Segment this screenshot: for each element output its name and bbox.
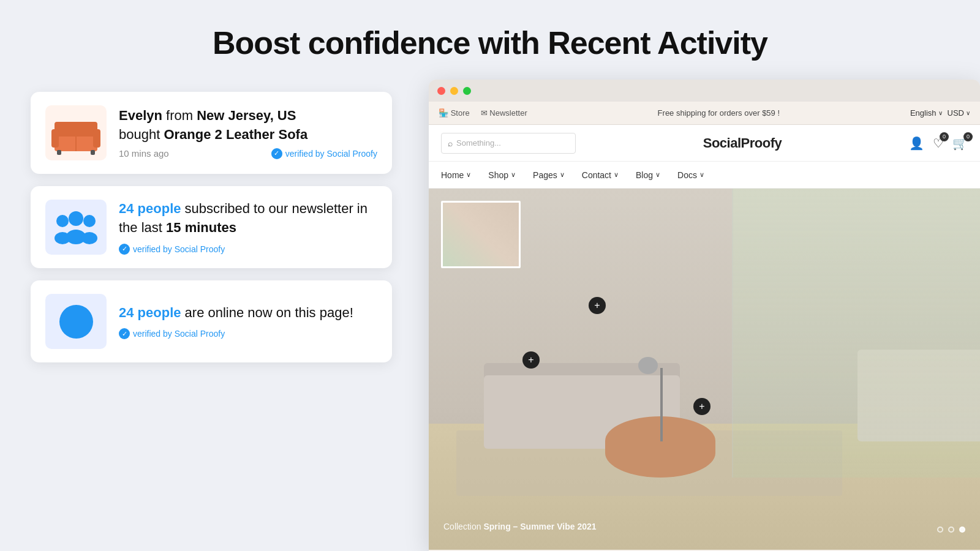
currency-selector[interactable]: USD ∨ bbox=[948, 108, 970, 118]
hotspot-button-1[interactable]: + bbox=[522, 351, 540, 369]
store-link-icon: 🏪 bbox=[439, 108, 448, 118]
online-text: 24 people are online now on this page! bbox=[119, 304, 377, 323]
nav-contact[interactable]: Contact ∨ bbox=[582, 170, 619, 180]
nav-contact-label: Contact bbox=[582, 170, 611, 180]
nav-home-label: Home bbox=[441, 170, 464, 180]
online-dot-icon bbox=[59, 305, 93, 339]
online-verified: ✓ verified by Social Proofy bbox=[119, 328, 377, 339]
slider-dot-2[interactable] bbox=[948, 527, 954, 533]
cart-icon-wrap[interactable]: 🛒 0 bbox=[952, 136, 968, 151]
verified-check-icon3: ✓ bbox=[119, 328, 130, 339]
svg-point-12 bbox=[81, 232, 97, 244]
nav-blog-label: Blog bbox=[636, 170, 653, 180]
user-icon[interactable]: 👤 bbox=[909, 136, 924, 151]
topbar-left-links: 🏪 Store ✉ Newsletter bbox=[439, 108, 527, 118]
store-header: ⌕ Something... SocialProofy 👤 ♡ 0 🛒 0 bbox=[429, 125, 980, 162]
sofa-icon bbox=[48, 111, 104, 155]
search-icon: ⌕ bbox=[448, 138, 453, 148]
language-selector[interactable]: English ∨ bbox=[910, 108, 943, 118]
search-bar[interactable]: ⌕ Something... bbox=[441, 133, 576, 154]
store-logo: SocialProofy bbox=[584, 135, 900, 151]
purchase-time: 10 mins ago bbox=[119, 148, 169, 159]
floor-lamp-pole bbox=[660, 368, 663, 441]
store-topbar: 🏪 Store ✉ Newsletter Free shipping for o… bbox=[429, 102, 980, 125]
subscribers-verified: ✓ verified by Social Proofy bbox=[119, 244, 377, 255]
purchase-card-text: Evelyn from New Jersey, US bought Orange… bbox=[119, 107, 377, 159]
slider-dots bbox=[937, 527, 965, 533]
svg-rect-2 bbox=[51, 129, 59, 148]
browser-close-button[interactable] bbox=[437, 87, 445, 95]
browser-minimize-button[interactable] bbox=[450, 87, 458, 95]
online-card: 24 people are online now on this page! ✓… bbox=[31, 280, 392, 362]
purchase-verified: ✓ verified by Social Proofy bbox=[271, 148, 377, 159]
svg-point-9 bbox=[56, 215, 69, 227]
svg-rect-5 bbox=[91, 150, 95, 155]
hotspot-button-3[interactable]: + bbox=[589, 297, 606, 314]
purchase-time-row: 10 mins ago ✓ verified by Social Proofy bbox=[119, 148, 377, 159]
topbar-right-selects: English ∨ USD ∨ bbox=[910, 108, 970, 118]
purchase-text: Evelyn from New Jersey, US bought Orange… bbox=[119, 107, 377, 144]
nav-pages[interactable]: Pages ∨ bbox=[533, 170, 565, 180]
store-nav: Home ∨ Shop ∨ Pages ∨ Contact ∨ Blog ∨ D… bbox=[429, 162, 980, 189]
online-icon-wrap bbox=[45, 294, 107, 349]
store-link[interactable]: 🏪 Store bbox=[439, 108, 470, 118]
search-placeholder: Something... bbox=[456, 138, 501, 148]
cart-count: 0 bbox=[963, 132, 973, 141]
svg-rect-4 bbox=[57, 150, 61, 155]
nav-pages-label: Pages bbox=[533, 170, 557, 180]
verified-check-icon: ✓ bbox=[271, 148, 282, 159]
cards-panel: Evelyn from New Jersey, US bought Orange… bbox=[31, 92, 392, 362]
slider-dot-3[interactable] bbox=[959, 527, 965, 533]
hotspot-button-2[interactable]: + bbox=[693, 398, 710, 415]
artwork bbox=[441, 201, 521, 268]
people-icon-wrap bbox=[45, 200, 107, 255]
topbar-center-text: Free shipping for orders over $59 ! bbox=[540, 108, 898, 118]
header-icons: 👤 ♡ 0 🛒 0 bbox=[909, 136, 968, 151]
people-icon bbox=[51, 205, 100, 249]
purchase-card: Evelyn from New Jersey, US bought Orange… bbox=[31, 92, 392, 174]
browser-chrome bbox=[429, 80, 980, 102]
nav-docs[interactable]: Docs ∨ bbox=[677, 170, 704, 180]
window-area bbox=[732, 189, 980, 478]
content-area: Evelyn from New Jersey, US bought Orange… bbox=[0, 80, 980, 551]
svg-point-11 bbox=[83, 215, 96, 227]
subscribers-card-text: 24 people subscribed to our newsletter i… bbox=[119, 200, 377, 255]
nav-pages-chevron-icon: ∨ bbox=[560, 171, 565, 179]
subscribers-text: 24 people subscribed to our newsletter i… bbox=[119, 200, 377, 238]
svg-point-7 bbox=[69, 211, 83, 226]
nav-shop-label: Shop bbox=[488, 170, 508, 180]
nav-shop[interactable]: Shop ∨ bbox=[488, 170, 516, 180]
hero-overlay-text: Collection Spring – Summer Vibe 2021 bbox=[443, 522, 597, 531]
language-chevron-icon: ∨ bbox=[938, 110, 943, 116]
nav-blog[interactable]: Blog ∨ bbox=[636, 170, 660, 180]
slider-dot-1[interactable] bbox=[937, 527, 943, 533]
nav-blog-chevron-icon: ∨ bbox=[655, 171, 660, 179]
svg-rect-3 bbox=[93, 129, 100, 148]
nav-home-chevron-icon: ∨ bbox=[466, 171, 471, 179]
online-card-text: 24 people are online now on this page! ✓… bbox=[119, 304, 377, 340]
nav-home[interactable]: Home ∨ bbox=[441, 170, 471, 180]
currency-chevron-icon: ∨ bbox=[966, 110, 970, 116]
wishlist-icon-wrap[interactable]: ♡ 0 bbox=[933, 136, 944, 151]
wishlist-count: 0 bbox=[940, 132, 949, 141]
browser-maximize-button[interactable] bbox=[463, 87, 471, 95]
hero-area: + + + Collection Spring – Summer Vibe 20… bbox=[429, 189, 980, 550]
page-heading: Boost confidence with Recent Activity bbox=[0, 0, 980, 80]
mail-icon: ✉ bbox=[481, 108, 488, 118]
nav-contact-chevron-icon: ∨ bbox=[614, 171, 619, 179]
verified-check-icon2: ✓ bbox=[119, 244, 130, 255]
sofa-icon-wrap bbox=[45, 105, 107, 160]
browser-window: 🏪 Store ✉ Newsletter Free shipping for o… bbox=[429, 80, 980, 551]
svg-point-10 bbox=[55, 232, 70, 244]
nav-docs-label: Docs bbox=[677, 170, 697, 180]
hero-image: + + + Collection Spring – Summer Vibe 20… bbox=[429, 189, 980, 550]
floor-lamp-head bbox=[638, 357, 658, 374]
newsletter-link[interactable]: ✉ Newsletter bbox=[481, 108, 527, 118]
nav-docs-chevron-icon: ∨ bbox=[699, 171, 704, 179]
nav-shop-chevron-icon: ∨ bbox=[511, 171, 516, 179]
subscribers-card: 24 people subscribed to our newsletter i… bbox=[31, 186, 392, 268]
artwork-inner bbox=[443, 203, 519, 266]
